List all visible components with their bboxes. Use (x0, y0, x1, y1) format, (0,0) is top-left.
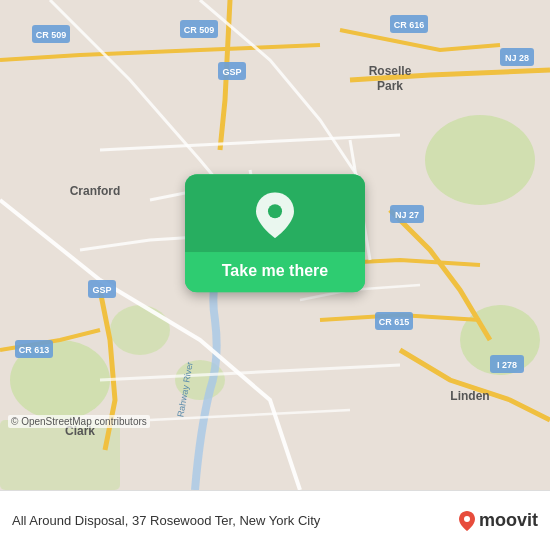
svg-point-36 (268, 204, 282, 218)
svg-rect-6 (0, 420, 120, 490)
svg-text:Linden: Linden (450, 389, 489, 403)
take-me-there-label: Take me there (185, 252, 365, 292)
svg-text:I 278: I 278 (497, 360, 517, 370)
svg-text:GSP: GSP (222, 67, 241, 77)
svg-text:Cranford: Cranford (70, 184, 121, 198)
bottom-bar: All Around Disposal, 37 Rosewood Ter, Ne… (0, 490, 550, 550)
button-icon-area (185, 174, 365, 252)
moovit-label: moovit (479, 510, 538, 531)
map-container: CR 509 CR 509 CR 616 NJ 28 GSP GSP NJ 27… (0, 0, 550, 490)
svg-text:CR 616: CR 616 (394, 20, 425, 30)
moovit-logo: moovit (459, 510, 538, 531)
svg-text:NJ 28: NJ 28 (505, 53, 529, 63)
location-pin-icon (256, 192, 294, 238)
moovit-pin-icon (459, 511, 475, 531)
svg-text:NJ 27: NJ 27 (395, 210, 419, 220)
copyright-text: © OpenStreetMap contributors (8, 415, 150, 428)
svg-text:CR 509: CR 509 (184, 25, 215, 35)
svg-text:Roselle: Roselle (369, 64, 412, 78)
address-text: All Around Disposal, 37 Rosewood Ter, Ne… (12, 513, 459, 528)
svg-text:CR 613: CR 613 (19, 345, 50, 355)
svg-point-1 (425, 115, 535, 205)
take-me-there-button[interactable]: Take me there (185, 174, 365, 292)
svg-point-4 (110, 305, 170, 355)
svg-text:CR 509: CR 509 (36, 30, 67, 40)
svg-text:CR 615: CR 615 (379, 317, 410, 327)
svg-text:Park: Park (377, 79, 403, 93)
svg-point-37 (464, 516, 470, 522)
svg-text:GSP: GSP (92, 285, 111, 295)
